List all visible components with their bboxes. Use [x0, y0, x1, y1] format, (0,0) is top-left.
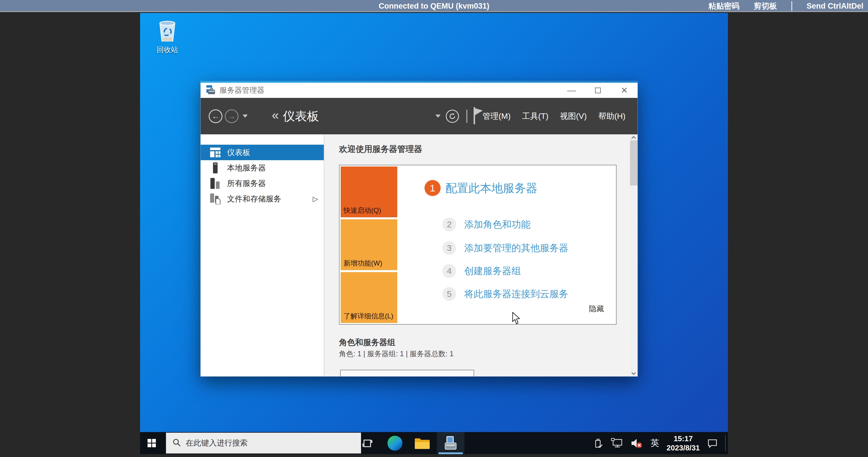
- refresh-button[interactable]: [446, 110, 459, 123]
- step-configure-local-server[interactable]: 1 配置此本地服务器: [425, 180, 537, 196]
- roles-summary: 角色: 1 | 服务器组: 1 | 服务器总数: 1: [339, 349, 454, 359]
- scroll-up-icon[interactable]: [631, 136, 636, 141]
- sidebar-item-label: 文件和存储服务: [227, 194, 281, 204]
- recycle-bin-label: 回收站: [149, 45, 186, 55]
- history-dropdown-icon[interactable]: [243, 115, 248, 118]
- active-app-indicator: [439, 452, 463, 454]
- learn-more-tile[interactable]: 了解详细信息(L): [341, 272, 397, 323]
- vnc-bar-divider: [792, 1, 792, 11]
- close-button[interactable]: ✕: [611, 83, 638, 98]
- content-scrollbar[interactable]: [630, 134, 638, 377]
- menu-tools[interactable]: 工具(T): [522, 111, 549, 122]
- navbar-divider: [466, 110, 467, 123]
- quick-start-tile[interactable]: 快速启动(Q): [341, 166, 397, 217]
- sidebar-item-dashboard[interactable]: 仪表板: [200, 145, 324, 160]
- refresh-dropdown-icon[interactable]: [435, 115, 441, 118]
- hide-welcome-link[interactable]: 隐藏: [589, 304, 604, 314]
- taskbar: 英 15:17 2023/8/31: [140, 432, 728, 454]
- server-manager-window: 服务器管理器 — ✕ ← → « 仪表板: [200, 81, 638, 377]
- usb-device-icon[interactable]: [594, 437, 603, 449]
- roles-section-heading: 角色和服务器组: [339, 337, 395, 348]
- menu-manage[interactable]: 管理(M): [483, 111, 510, 122]
- taskbar-clock[interactable]: 15:17 2023/8/31: [666, 434, 700, 452]
- send-ctrl-alt-del-button[interactable]: Send CtrlAltDel: [807, 2, 863, 11]
- sidebar-item-label: 仪表板: [227, 147, 250, 158]
- recycle-bin[interactable]: 回收站: [149, 20, 186, 55]
- forward-button[interactable]: →: [225, 110, 239, 123]
- scrollbar-thumb[interactable]: [630, 141, 638, 185]
- action-center-icon[interactable]: [707, 438, 718, 448]
- maximize-button[interactable]: [585, 83, 611, 98]
- start-button[interactable]: [140, 432, 163, 454]
- welcome-tile: 快速启动(Q) 新增功能(W) 了解详细信息(L) 1 配置此本地服务器: [339, 165, 617, 325]
- local-server-icon: [210, 162, 221, 173]
- menu-help[interactable]: 帮助(H): [598, 111, 625, 122]
- edge-browser-button[interactable]: [386, 432, 404, 454]
- windows-desktop[interactable]: 回收站 服务器管理器 — ✕ ← →: [140, 13, 728, 454]
- breadcrumb: « 仪表板: [272, 98, 319, 134]
- mouse-cursor: [512, 312, 524, 326]
- windows-logo-icon: [148, 439, 156, 447]
- taskbar-search[interactable]: [166, 433, 361, 454]
- minimize-button[interactable]: —: [558, 83, 585, 98]
- breadcrumb-chevrons-icon: «: [272, 109, 279, 124]
- expand-arrow-icon[interactable]: ▷: [313, 195, 318, 203]
- step-create-server-group[interactable]: 4 创建服务器组: [442, 264, 521, 278]
- step-connect-cloud-services[interactable]: 5 将此服务器连接到云服务: [442, 287, 568, 301]
- folder-icon: [414, 437, 430, 450]
- server-manager-app-icon: [205, 85, 216, 96]
- clock-time: 15:17: [666, 434, 700, 443]
- notifications-flag-icon[interactable]: [472, 106, 484, 126]
- volume-muted-icon[interactable]: [630, 437, 643, 449]
- file-storage-icon: [210, 193, 221, 204]
- menu-view[interactable]: 视图(V): [560, 111, 587, 122]
- step-number-badge: 4: [442, 264, 456, 278]
- sidebar-item-label: 本地服务器: [227, 163, 266, 173]
- roles-group-box: [340, 370, 474, 377]
- sidebar-item-file-storage-services[interactable]: 文件和存储服务 ▷: [200, 191, 324, 207]
- step-add-roles-features[interactable]: 2 添加角色和功能: [442, 218, 530, 232]
- show-desktop-divider[interactable]: [725, 435, 725, 451]
- welcome-heading: 欢迎使用服务器管理器: [339, 144, 422, 155]
- edge-icon: [388, 436, 402, 451]
- breadcrumb-current: 仪表板: [283, 108, 319, 124]
- server-manager-icon: [443, 436, 458, 450]
- scroll-down-icon[interactable]: [631, 371, 636, 375]
- server-manager-taskbar-button[interactable]: [437, 432, 464, 454]
- clock-date: 2023/8/31: [666, 443, 700, 452]
- network-icon[interactable]: [611, 438, 623, 449]
- step-add-other-servers[interactable]: 3 添加要管理的其他服务器: [442, 241, 568, 255]
- window-title: 服务器管理器: [220, 85, 265, 95]
- dashboard-content: 欢迎使用服务器管理器 快速启动(Q) 新增功能(W) 了解详细信息(L): [324, 134, 638, 377]
- server-manager-navbar: ← → « 仪表板: [200, 98, 638, 134]
- all-servers-icon: [210, 178, 221, 189]
- step-number-badge: 3: [442, 241, 456, 255]
- clipboard-button[interactable]: 剪切板: [754, 1, 777, 11]
- search-input[interactable]: [186, 438, 346, 448]
- sidebar-item-label: 所有服务器: [227, 178, 266, 189]
- step-number-badge: 1: [425, 180, 441, 196]
- sidebar-item-local-server[interactable]: 本地服务器: [200, 160, 324, 176]
- whats-new-tile[interactable]: 新增功能(W): [341, 219, 397, 270]
- recycle-bin-icon: [149, 20, 186, 43]
- step-number-badge: 5: [442, 287, 456, 301]
- dashboard-icon: [210, 148, 221, 157]
- ime-indicator[interactable]: 英: [650, 437, 659, 449]
- vnc-top-bar: Connected to QEMU (kvm031) 粘贴密码 剪切板 Send…: [0, 0, 868, 12]
- paste-password-button[interactable]: 粘贴密码: [708, 1, 739, 11]
- search-icon: [173, 438, 181, 448]
- task-view-button[interactable]: [358, 432, 378, 454]
- sidebar: 仪表板 本地服务器: [200, 134, 324, 377]
- back-button[interactable]: ←: [209, 110, 222, 123]
- sidebar-item-all-servers[interactable]: 所有服务器: [200, 176, 324, 191]
- step-number-badge: 2: [442, 218, 456, 232]
- file-explorer-button[interactable]: [413, 432, 431, 454]
